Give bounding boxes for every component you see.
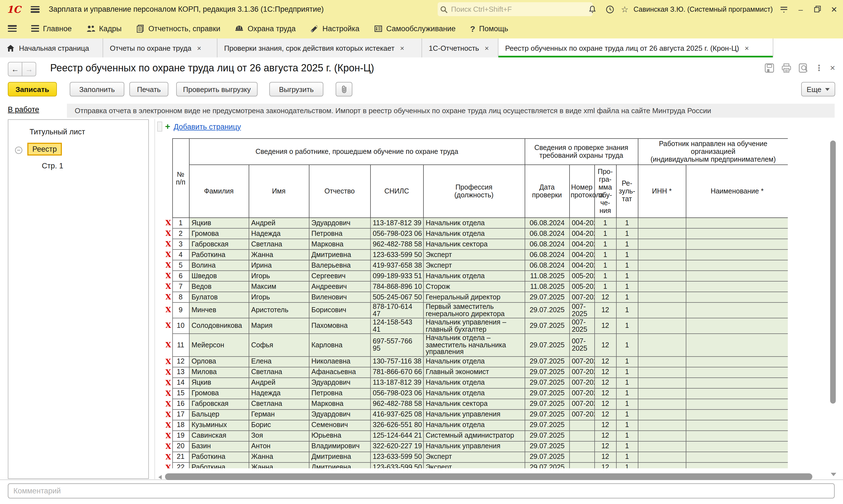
patronymic-cell[interactable]: Семенович (309, 420, 370, 430)
row-number-cell[interactable]: 6 (172, 271, 189, 281)
row-number-cell[interactable]: 19 (172, 430, 189, 441)
table-row[interactable]: X21РаботкинаЖаннаДмитриевна123-633-599 5… (164, 452, 788, 462)
protocol-cell[interactable]: 004-2025 (569, 260, 594, 271)
forward-button[interactable]: → (22, 62, 36, 76)
check-date-cell[interactable]: 29.07.2025 (525, 399, 569, 409)
result-cell[interactable]: 1 (616, 228, 638, 239)
snils-cell[interactable]: 123-633-599 50 (370, 462, 423, 468)
snils-cell[interactable]: 784-868-896 10 (370, 281, 423, 292)
patronymic-cell[interactable]: Виленович (309, 292, 370, 303)
menu-self-service[interactable]: Самообслуживание (374, 24, 455, 33)
snils-cell[interactable]: 419-937-658 38 (370, 260, 423, 271)
check-date-cell[interactable]: 06.08.2024 (525, 218, 569, 228)
delete-row-icon[interactable]: X (164, 228, 172, 239)
patronymic-cell[interactable]: Дмитриевна (309, 250, 370, 260)
name-cell[interactable]: Елена (249, 356, 309, 367)
row-number-cell[interactable]: 13 (172, 367, 189, 377)
patronymic-cell[interactable]: Эдуардович (309, 409, 370, 420)
patronymic-cell[interactable]: Карловна (309, 334, 370, 356)
check-date-cell[interactable]: 29.07.2025 (525, 334, 569, 356)
tab-close-icon[interactable]: × (745, 44, 749, 52)
inn-cell[interactable] (638, 441, 686, 452)
delete-row-icon[interactable]: X (164, 441, 172, 452)
result-cell[interactable]: 1 (616, 356, 638, 367)
surname-cell[interactable]: Минчев (189, 303, 249, 318)
surname-cell[interactable]: Яцкив (189, 377, 249, 388)
check-date-cell[interactable]: 29.07.2025 (525, 430, 569, 441)
profession-cell[interactable]: Начальник отдела (423, 218, 525, 228)
protocol-cell[interactable] (569, 420, 594, 430)
delete-row-icon[interactable]: X (164, 271, 172, 281)
row-number-cell[interactable]: 18 (172, 420, 189, 430)
inn-cell[interactable] (638, 430, 686, 441)
name-cell[interactable]: Максим (249, 281, 309, 292)
table-row[interactable]: X5ВолинаИринаВалерьевна419-937-658 38Экс… (164, 260, 788, 271)
inn-cell[interactable] (638, 409, 686, 420)
delete-row-icon[interactable]: X (164, 409, 172, 420)
result-cell[interactable]: 1 (616, 250, 638, 260)
name-cell[interactable]: Жанна (249, 462, 309, 468)
profession-cell[interactable]: Эксперт (423, 260, 525, 271)
table-row[interactable]: X2ГромоваНадеждаПетровна056-798-023 06На… (164, 228, 788, 239)
org-name-cell[interactable] (686, 250, 788, 260)
result-cell[interactable]: 1 (616, 462, 638, 468)
patronymic-cell[interactable]: Марковна (309, 239, 370, 250)
profession-cell[interactable]: Эксперт (423, 250, 525, 260)
surname-cell[interactable]: Базин (189, 441, 249, 452)
name-cell[interactable]: Игорь (249, 271, 309, 281)
row-number-cell[interactable]: 4 (172, 250, 189, 260)
program-cell[interactable]: 1 (594, 281, 616, 292)
profession-cell[interactable]: Главный экономист (423, 367, 525, 377)
status-state-link[interactable]: В работе (8, 105, 39, 114)
name-cell[interactable]: Жанна (249, 452, 309, 462)
inn-cell[interactable] (638, 228, 686, 239)
surname-cell[interactable]: Работкина (189, 452, 249, 462)
protocol-cell[interactable]: 007-2025 (569, 399, 594, 409)
row-number-cell[interactable]: 15 (172, 388, 189, 399)
surname-cell[interactable]: Громова (189, 228, 249, 239)
table-row[interactable]: X17БальцерГерманЭдуардович416-937-625 08… (164, 409, 788, 420)
program-cell[interactable]: 12 (594, 303, 616, 318)
inn-cell[interactable] (638, 260, 686, 271)
menu-hr[interactable]: Кадры (86, 24, 122, 33)
protocol-cell[interactable]: 007-2025 (569, 409, 594, 420)
protocol-cell[interactable]: 004-2025 (569, 250, 594, 260)
snils-cell[interactable]: 962-482-788 58 (370, 399, 423, 409)
print-button[interactable]: Печать (129, 82, 168, 96)
scroll-left-arrow-icon[interactable] (158, 475, 162, 480)
delete-row-icon[interactable]: X (164, 239, 172, 250)
row-number-cell[interactable]: 17 (172, 409, 189, 420)
surname-cell[interactable]: Громова (189, 388, 249, 399)
row-number-cell[interactable]: 16 (172, 399, 189, 409)
profession-cell[interactable]: Начальник отдела (423, 388, 525, 399)
save-icon[interactable] (764, 63, 774, 73)
surname-cell[interactable]: Волина (189, 260, 249, 271)
profession-cell[interactable]: Начальник сектора (423, 399, 525, 409)
check-date-cell[interactable]: 11.08.2025 (525, 281, 569, 292)
patronymic-cell[interactable]: Дмитриевна (309, 452, 370, 462)
snils-cell[interactable]: 781-866-670 66 (370, 367, 423, 377)
table-row[interactable]: X6ШведовИгорьСергеевич099-189-933 51Нача… (164, 271, 788, 281)
restore-button[interactable] (811, 3, 824, 15)
row-number-cell[interactable]: 22 (172, 462, 189, 468)
snils-cell[interactable]: 505-245-067 50 (370, 292, 423, 303)
delete-row-icon[interactable]: X (164, 281, 172, 292)
print-icon[interactable] (781, 63, 791, 73)
program-cell[interactable]: 1 (594, 250, 616, 260)
org-name-cell[interactable] (686, 377, 788, 388)
protocol-cell[interactable]: 007-2025 (569, 303, 594, 318)
current-user[interactable]: Савинская З.Ю. (Системный программист) (633, 5, 773, 13)
check-date-cell[interactable]: 29.07.2025 (525, 462, 569, 468)
org-name-cell[interactable] (686, 399, 788, 409)
delete-row-icon[interactable]: X (164, 399, 172, 409)
protocol-cell[interactable]: 007-2025 (569, 356, 594, 367)
org-name-cell[interactable] (686, 218, 788, 228)
name-cell[interactable]: Андрей (249, 218, 309, 228)
surname-cell[interactable]: Солодовникова (189, 318, 249, 334)
protocol-cell[interactable]: 005-2025 (569, 281, 594, 292)
menu-main[interactable]: Главное (31, 24, 72, 33)
fill-button[interactable]: Заполнить (70, 82, 124, 96)
row-number-cell[interactable]: 12 (172, 356, 189, 367)
history-clock-icon[interactable] (604, 3, 616, 15)
program-cell[interactable]: 12 (594, 292, 616, 303)
